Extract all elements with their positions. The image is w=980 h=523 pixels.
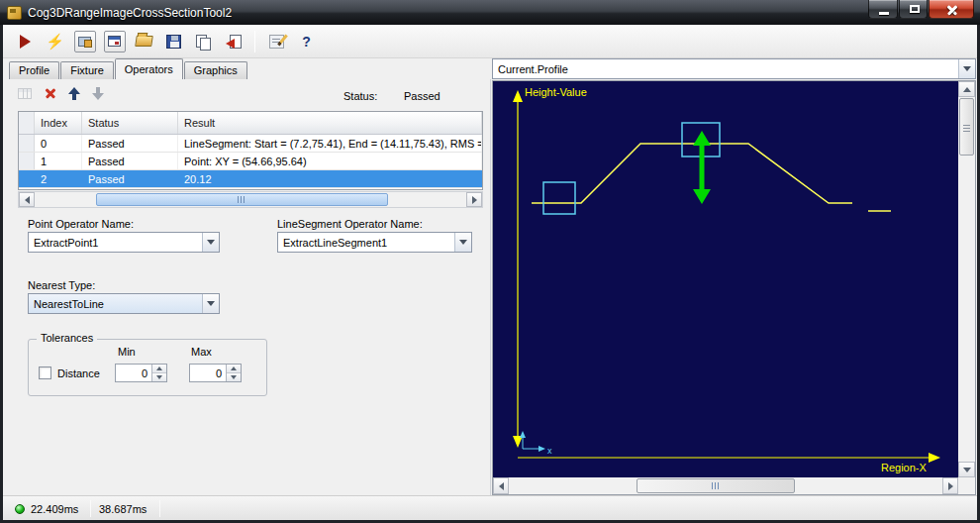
close-button[interactable] bbox=[929, 0, 974, 19]
up-triangle-icon bbox=[231, 366, 237, 370]
display-vscroll-thumb[interactable] bbox=[959, 98, 974, 156]
maximize-button[interactable] bbox=[899, 0, 928, 19]
column-header-status[interactable]: Status bbox=[82, 112, 178, 134]
dropdown-button[interactable] bbox=[202, 233, 219, 252]
distance-checkbox[interactable] bbox=[39, 366, 51, 379]
window-icon bbox=[108, 36, 121, 47]
tab-operators[interactable]: Operators bbox=[115, 58, 183, 79]
scroll-down-button[interactable] bbox=[958, 462, 975, 477]
image-frame-icon bbox=[74, 31, 96, 52]
column-header-index[interactable]: Index bbox=[35, 112, 82, 134]
help-icon: ? bbox=[302, 35, 311, 49]
min-value: 0 bbox=[142, 367, 147, 379]
max-spinner[interactable]: 0 bbox=[189, 364, 242, 382]
linesegment-operator-combo[interactable]: ExtractLineSegment1 bbox=[277, 232, 472, 253]
operators-toolbar: Status: Passed bbox=[3, 82, 490, 106]
delete-icon bbox=[44, 86, 57, 100]
edit-settings-button[interactable] bbox=[264, 29, 289, 53]
display-hscroll-thumb[interactable] bbox=[637, 478, 795, 493]
window-title: Cog3DRangeImageCrossSectionTool2 bbox=[28, 6, 232, 20]
image-icon bbox=[78, 37, 91, 47]
pencil-form-icon bbox=[269, 35, 284, 49]
spin-down-button[interactable] bbox=[227, 372, 241, 381]
cell-result: 20.12 bbox=[178, 170, 482, 187]
x-axis-label: Region-X bbox=[881, 462, 928, 473]
cell-status: Passed bbox=[82, 170, 178, 187]
add-operator-button[interactable] bbox=[15, 83, 35, 103]
copy-button[interactable] bbox=[191, 29, 216, 53]
table-header: Index Status Result bbox=[19, 112, 482, 135]
play-icon bbox=[20, 35, 31, 49]
table-hscrollbar[interactable] bbox=[18, 191, 483, 208]
display-hscrollbar[interactable] bbox=[493, 477, 958, 494]
import-icon bbox=[226, 35, 241, 49]
right-triangle-icon bbox=[948, 482, 953, 490]
move-down-button[interactable] bbox=[88, 83, 108, 103]
cell-result: LineSegment: Start = (7.2,75.41), End = … bbox=[178, 135, 482, 152]
toolbar-separator bbox=[254, 31, 255, 52]
float-window-button[interactable] bbox=[102, 29, 127, 53]
maximize-icon bbox=[910, 5, 920, 13]
table-row-2-selected[interactable]: 2 Passed 20.12 bbox=[19, 170, 482, 188]
dropdown-button[interactable] bbox=[202, 294, 219, 313]
tab-fixture[interactable]: Fixture bbox=[60, 61, 114, 79]
table-row-1[interactable]: 1 Passed Point: XY = (54.66,95.64) bbox=[19, 153, 482, 170]
open-folder-icon bbox=[135, 36, 153, 47]
show-image-button[interactable] bbox=[72, 29, 97, 53]
help-button[interactable]: ? bbox=[294, 29, 319, 53]
table-row-0[interactable]: 0 Passed LineSegment: Start = (7.2,75.41… bbox=[19, 135, 482, 153]
open-tool-button[interactable] bbox=[132, 29, 156, 53]
row-gutter bbox=[19, 135, 35, 152]
electric-run-button[interactable]: ⚡ bbox=[43, 29, 67, 53]
spin-up-button[interactable] bbox=[152, 365, 166, 372]
dropdown-button[interactable] bbox=[454, 233, 471, 252]
chevron-down-icon bbox=[207, 240, 215, 245]
scroll-left-button[interactable] bbox=[19, 192, 35, 207]
column-header-result[interactable]: Result bbox=[178, 112, 482, 134]
dropdown-button[interactable] bbox=[958, 59, 975, 78]
delete-operator-button[interactable] bbox=[41, 83, 60, 103]
scroll-right-button[interactable] bbox=[466, 192, 482, 207]
profile-graph-svg: Height-Value Region-X x bbox=[493, 81, 958, 477]
scroll-up-button[interactable] bbox=[958, 81, 975, 97]
profile-graph[interactable]: Height-Value Region-X x bbox=[493, 81, 958, 477]
add-grid-icon bbox=[18, 88, 32, 99]
titlebar[interactable]: Cog3DRangeImageCrossSectionTool2 bbox=[0, 0, 980, 25]
nearest-type-value: NearestToLine bbox=[34, 298, 199, 310]
point-operator-combo[interactable]: ExtractPoint1 bbox=[28, 232, 220, 253]
tab-profile[interactable]: Profile bbox=[9, 61, 59, 79]
nearest-type-combo[interactable]: NearestToLine bbox=[28, 293, 220, 314]
run-time: 22.409ms bbox=[31, 503, 78, 515]
statusbar-divider bbox=[159, 500, 160, 517]
lightning-icon: ⚡ bbox=[46, 34, 64, 49]
up-triangle-icon bbox=[156, 366, 162, 370]
min-spinner[interactable]: 0 bbox=[115, 364, 167, 382]
status-led-icon bbox=[15, 504, 25, 514]
spin-up-button[interactable] bbox=[227, 365, 241, 372]
run-button[interactable] bbox=[13, 29, 38, 53]
tolerances-title: Tolerances bbox=[37, 332, 97, 344]
scroll-left-button[interactable] bbox=[493, 477, 509, 494]
down-triangle-icon bbox=[156, 375, 162, 379]
scroll-right-button[interactable] bbox=[942, 477, 958, 494]
results-table: Index Status Result 0 Passed LineSegment… bbox=[18, 111, 483, 190]
table-hscroll-thumb[interactable] bbox=[96, 193, 388, 206]
save-tool-button[interactable] bbox=[161, 29, 186, 53]
display-vscrollbar[interactable] bbox=[958, 81, 975, 477]
tab-graphics[interactable]: Graphics bbox=[184, 61, 247, 79]
nearest-type-label: Nearest Type: bbox=[28, 279, 95, 291]
y-axis-label: Height-Value bbox=[525, 86, 587, 98]
import-button[interactable] bbox=[221, 29, 245, 53]
origin-label: x bbox=[547, 446, 552, 456]
row-gutter bbox=[19, 170, 35, 187]
app-icon bbox=[7, 6, 22, 20]
status-bar: 22.409ms 38.687ms bbox=[3, 495, 977, 520]
cell-index: 0 bbox=[35, 135, 82, 152]
down-arrow-icon bbox=[92, 87, 104, 100]
tolerances-group: Tolerances Min Max Distance 0 0 bbox=[28, 339, 267, 396]
display-source-combo[interactable]: Current.Profile bbox=[492, 58, 976, 79]
minimize-button[interactable] bbox=[868, 0, 898, 19]
spin-down-button[interactable] bbox=[152, 372, 166, 381]
point-operator-value: ExtractPoint1 bbox=[34, 237, 199, 249]
move-up-button[interactable] bbox=[64, 83, 84, 103]
